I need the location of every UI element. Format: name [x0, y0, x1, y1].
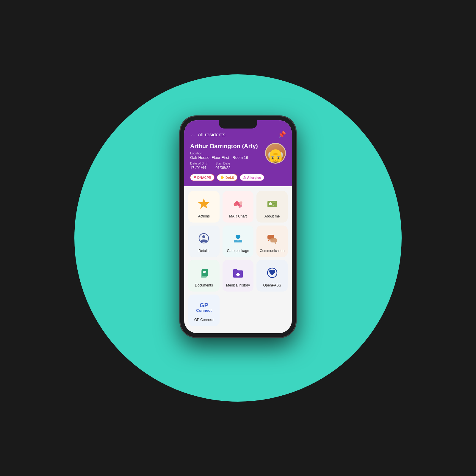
back-label: All residents	[198, 132, 226, 138]
badges: ❤ DNACPR 🖐 DoLS ⚠ Allergies	[190, 174, 264, 181]
communication-icon	[265, 231, 280, 246]
avatar	[265, 143, 286, 164]
svg-rect-17	[203, 272, 206, 273]
grid-item-actions[interactable]: Actions	[188, 191, 220, 223]
dnacpr-label: DNACPR	[197, 176, 211, 179]
openpass-icon	[265, 265, 280, 280]
medical-history-label: Medical history	[226, 283, 250, 287]
grid-item-openpass[interactable]: OpenPASS	[256, 260, 288, 292]
svg-rect-8	[273, 204, 275, 204]
info-row: Date of Birth 17 /01/44 Start Date 01/08…	[190, 162, 264, 172]
content: Actions	[184, 186, 292, 333]
svg-rect-19	[236, 274, 240, 275]
start-date-label: Start Date	[215, 162, 231, 165]
actions-label: Actions	[198, 214, 210, 218]
svg-rect-7	[273, 203, 275, 203]
badge-allergies[interactable]: ⚠ Allergies	[240, 174, 264, 181]
connect-text: Connect	[196, 309, 212, 313]
location-label: Location	[190, 151, 264, 155]
details-icon	[196, 231, 211, 246]
pin-icon[interactable]: 📌	[278, 131, 286, 139]
grid-item-mar-chart[interactable]: MAR Chart	[223, 191, 254, 223]
communication-label: Communication	[260, 249, 284, 253]
gp-connect-icon: GP Connect	[196, 300, 211, 315]
grid-item-about-me[interactable]: About me	[256, 191, 288, 223]
grid-item-care-package[interactable]: Care package	[223, 226, 254, 257]
dnacpr-icon: ❤	[193, 176, 196, 179]
details-label: Details	[198, 249, 209, 253]
care-package-icon	[231, 231, 245, 246]
svg-marker-0	[198, 198, 209, 209]
medical-history-icon	[231, 265, 245, 280]
care-package-label: Care package	[227, 249, 249, 253]
resident-info: Arthur Barrington (Arty) Location Oak Ho…	[190, 143, 286, 181]
grid-item-medical-history[interactable]: Medical history	[223, 260, 254, 292]
gp-connect-label: GP Connect	[194, 318, 214, 322]
openpass-label: OpenPASS	[263, 283, 281, 287]
avatar-face	[266, 144, 285, 163]
grid-item-gp-connect[interactable]: GP Connect GP Connect	[188, 295, 220, 326]
documents-label: Documents	[195, 283, 213, 287]
phone-frame: ← All residents 📌 Arthur Barrington (Art…	[180, 116, 296, 337]
grid-item-communication[interactable]: Communication	[256, 226, 288, 257]
main-grid: Actions	[188, 191, 288, 292]
mar-chart-icon	[231, 196, 245, 211]
dols-label: DoLS	[226, 176, 234, 179]
resident-name: Arthur Barrington (Arty)	[190, 143, 264, 150]
grid-item-documents[interactable]: Documents	[188, 260, 220, 292]
resident-text: Arthur Barrington (Arty) Location Oak Ho…	[190, 143, 264, 181]
about-me-icon	[265, 196, 280, 211]
gp-text: GP	[200, 302, 208, 309]
svg-point-6	[269, 202, 272, 205]
dob-col: Date of Birth 17 /01/44	[190, 162, 208, 172]
start-date-value: 01/08/22	[215, 165, 231, 170]
about-me-label: About me	[264, 214, 280, 218]
allergies-icon: ⚠	[243, 176, 246, 179]
dob-label: Date of Birth	[190, 162, 208, 165]
grid-item-details[interactable]: Details	[188, 226, 220, 257]
location-value: Oak House, Floor First - Room 16	[190, 155, 264, 160]
mar-chart-label: MAR Chart	[229, 214, 247, 218]
header-nav: ← All residents 📌	[190, 131, 286, 139]
start-date-col: Start Date 01/08/22	[215, 162, 231, 172]
svg-rect-9	[273, 205, 274, 206]
svg-point-11	[202, 235, 205, 238]
dols-icon: 🖐	[220, 176, 224, 179]
dob-value: 17 /01/44	[190, 165, 208, 170]
documents-icon	[196, 265, 211, 280]
phone-wrapper: ← All residents 📌 Arthur Barrington (Art…	[180, 116, 296, 360]
bottom-row: GP Connect GP Connect	[188, 295, 288, 326]
badge-dols[interactable]: 🖐 DoLS	[217, 174, 237, 181]
gp-logo: GP Connect	[196, 302, 212, 313]
badge-dnacpr[interactable]: ❤ DNACPR	[190, 174, 214, 181]
actions-icon	[196, 196, 211, 211]
svg-rect-5	[267, 201, 277, 207]
header: ← All residents 📌 Arthur Barrington (Art…	[184, 120, 292, 186]
svg-rect-16	[203, 271, 206, 272]
allergies-label: Allergies	[247, 176, 261, 179]
back-arrow-icon: ←	[190, 131, 196, 138]
svg-rect-13	[270, 238, 277, 242]
phone-screen: ← All residents 📌 Arthur Barrington (Art…	[184, 120, 292, 333]
notch	[219, 120, 257, 129]
back-button[interactable]: ← All residents	[190, 131, 226, 138]
